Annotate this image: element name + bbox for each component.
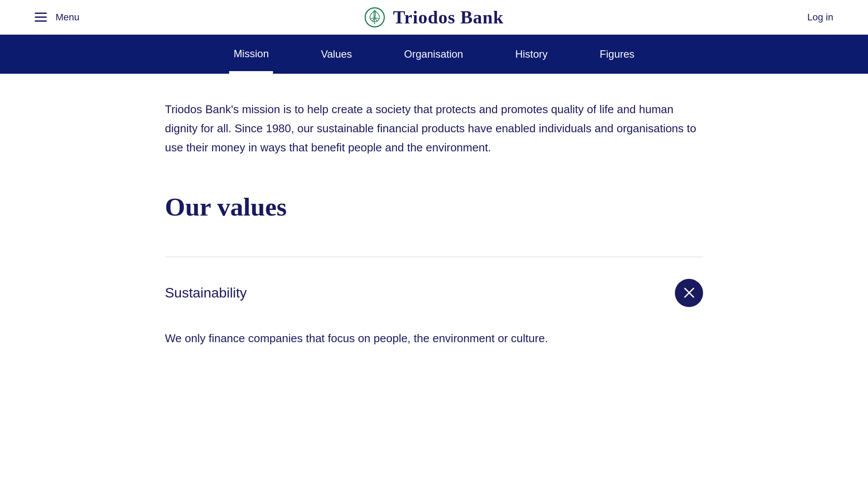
nav-item-mission[interactable]: Mission [229,35,273,74]
triodos-logo-icon [364,7,385,28]
sustainability-accordion: Sustainability We only finance companies… [165,257,703,369]
logo-text: Triodos Bank [393,7,503,28]
main-content: Triodos Bank's mission is to help create… [0,74,868,404]
site-logo[interactable]: Triodos Bank [364,7,503,28]
site-header: Menu Triodos Bank Log in [0,0,868,35]
login-button[interactable]: Log in [807,12,833,23]
menu-label: Menu [56,12,79,23]
nav-item-organisation[interactable]: Organisation [400,35,467,74]
accordion-title: Sustainability [165,285,247,301]
nav-item-history[interactable]: History [511,35,552,74]
accordion-close-button[interactable] [675,279,703,307]
section-nav: Mission Values Organisation History Figu… [0,35,868,74]
our-values-heading: Our values [165,192,703,222]
accordion-content: We only finance companies that focus on … [165,329,686,348]
hamburger-icon [35,13,47,22]
accordion-header[interactable]: Sustainability [165,279,703,307]
close-icon [683,286,696,299]
nav-item-values[interactable]: Values [316,35,356,74]
menu-button[interactable]: Menu [35,12,79,23]
nav-item-figures[interactable]: Figures [595,35,639,74]
mission-text: Triodos Bank's mission is to help create… [165,100,703,157]
